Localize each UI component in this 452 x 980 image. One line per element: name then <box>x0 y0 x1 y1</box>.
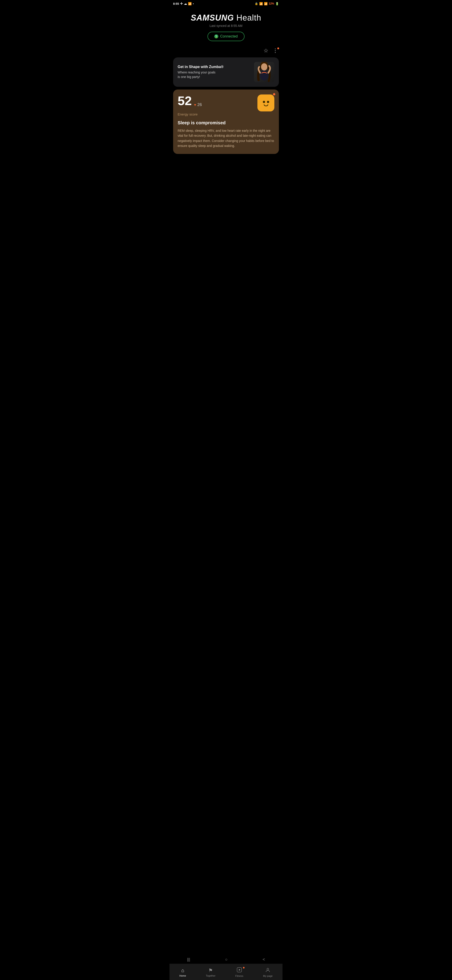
status-right: 🔒 📶 📶 12% 🔋 <box>255 2 279 5</box>
energy-card-dot <box>273 93 275 95</box>
toast-mouth <box>264 104 268 106</box>
time-display: 8:55 <box>173 2 179 5</box>
cloud-icon: ☁ <box>184 2 187 5</box>
energy-score-label: Energy score <box>178 112 274 116</box>
favorite-icon[interactable]: ☆ <box>264 48 269 54</box>
zumba-image <box>254 62 274 82</box>
signal-icon: 📶 <box>188 2 192 5</box>
health-text: Health <box>236 13 261 22</box>
status-bar: 8:55 ✛ ☁ 📶 ● 🔒 📶 📶 12% 🔋 <box>170 0 282 6</box>
energy-score-value: 52 <box>178 94 192 107</box>
app-header: SAMSUNG Health Last synced at 8:55 AM 🍃 … <box>170 6 282 46</box>
svg-point-1 <box>261 63 267 70</box>
leaf-icon: 🍃 <box>214 34 218 38</box>
app-title: SAMSUNG Health <box>174 13 278 22</box>
zumba-person-illustration <box>255 62 273 82</box>
zumba-title: Get in Shape with Zumba® <box>178 65 254 69</box>
samsung-text: SAMSUNG <box>191 13 234 22</box>
wifi-icon: 📶 <box>259 2 263 5</box>
zumba-text: Get in Shape with Zumba® Where reaching … <box>178 65 254 79</box>
cellular-icon: 📶 <box>264 2 267 5</box>
zumba-card[interactable]: Get in Shape with Zumba® Where reaching … <box>173 57 279 87</box>
lock-icon: 🔒 <box>255 2 258 5</box>
energy-score-row: 52 ▼ 26 <box>178 94 274 111</box>
network-icon: ✛ <box>180 2 183 5</box>
action-row: ☆ ⋮ <box>170 46 282 56</box>
energy-card[interactable]: 52 ▼ 26 Energy score Sleep is compromise… <box>173 89 279 154</box>
notification-dot <box>277 48 279 49</box>
toast-left-eye <box>263 101 265 103</box>
toast-eyes <box>263 101 269 103</box>
battery-icon: 🔋 <box>275 2 279 5</box>
dot-indicator: ● <box>193 3 194 5</box>
sleep-description: REM sleep, sleeping HRV, and low heart r… <box>178 128 274 148</box>
content-area: SAMSUNG Health Last synced at 8:55 AM 🍃 … <box>170 6 282 191</box>
connected-label: Connected <box>220 34 237 38</box>
toast-right-eye <box>267 101 269 103</box>
down-arrow-icon: ▼ <box>193 103 197 107</box>
sync-time: Last synced at 8:55 AM <box>174 24 278 27</box>
connected-button[interactable]: 🍃 Connected <box>207 32 244 41</box>
sleep-title: Sleep is compromised <box>178 120 274 126</box>
zumba-subtitle: Where reaching your goalsis one big part… <box>178 70 254 79</box>
battery-display: 12% <box>269 2 274 5</box>
energy-change-value: 26 <box>197 102 202 107</box>
status-left: 8:55 ✛ ☁ 📶 ● <box>173 2 194 5</box>
energy-change: ▼ 26 <box>193 102 202 107</box>
toast-character <box>258 94 274 111</box>
score-container: 52 ▼ 26 <box>178 94 202 107</box>
